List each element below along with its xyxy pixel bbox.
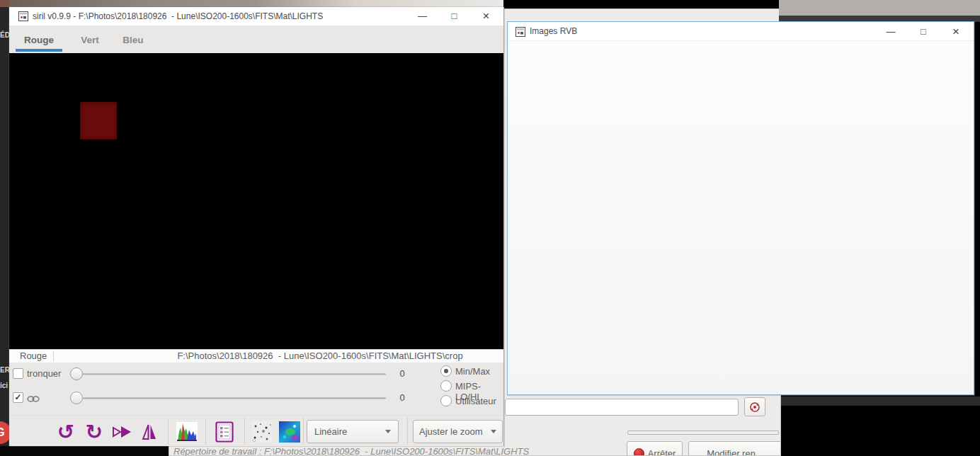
rotate-ccw-icon: ↺	[57, 421, 74, 443]
grayscale-thumbnail-icon	[251, 421, 273, 443]
histogram-button[interactable]	[175, 420, 199, 444]
images-rvb-window: Images RVB — □ ×	[507, 21, 974, 395]
toolbar-separator	[205, 418, 206, 445]
siril-logo-icon	[749, 401, 760, 413]
radio-user[interactable]	[440, 395, 452, 406]
maximize-button[interactable]: □	[438, 7, 470, 25]
siril-image-window: siril v0.9.9 - F:\Photos\2018\180926 - L…	[9, 7, 504, 446]
color-thumbnail-icon	[279, 421, 300, 443]
high-slider-handle[interactable]	[70, 392, 83, 404]
window-title: siril v0.9.9 - F:\Photos\2018\180926 - L…	[33, 7, 323, 25]
low-value: 0	[392, 368, 413, 379]
background-bar	[781, 397, 980, 406]
window-title: Images RVB	[530, 22, 577, 41]
image-red-region	[80, 102, 117, 139]
siril-app-icon	[515, 27, 525, 37]
display-mode-value: Linéaire	[314, 426, 347, 437]
toolbar-separator	[244, 418, 245, 445]
image-status-bar: Rouge F:\Photos\2018\180926 - Lune\ISO20…	[9, 349, 503, 363]
background-text-fragment: ÉDI	[0, 31, 9, 39]
minimize-button[interactable]: —	[406, 7, 438, 25]
rotate-cw-icon: ↻	[86, 421, 103, 443]
grayscale-view-button[interactable]	[250, 420, 274, 444]
chain-link-icon	[27, 395, 40, 403]
rvb-canvas[interactable]	[508, 41, 974, 394]
tab-vert[interactable]: Vert	[74, 25, 106, 53]
sequence-list-button[interactable]	[212, 420, 237, 444]
toolbar-separator	[407, 418, 408, 445]
zoom-mode-select[interactable]: Ajuster le zoom	[413, 420, 503, 443]
close-button[interactable]: ×	[470, 7, 502, 25]
rotate-cw-button[interactable]: ↻	[82, 420, 106, 444]
low-slider-track[interactable]	[83, 373, 386, 375]
toolbar-separator	[303, 418, 304, 445]
working-directory-label: Répertoire de travail : F:\Photos\2018\1…	[173, 446, 719, 456]
progress-bar	[627, 431, 779, 435]
chevron-down-icon	[491, 430, 496, 433]
title-bar[interactable]: siril v0.9.9 - F:\Photos\2018\180926 - L…	[9, 7, 503, 25]
radio-minmax[interactable]	[440, 365, 452, 377]
minimize-button[interactable]: —	[874, 22, 907, 41]
truncate-checkbox[interactable]	[13, 368, 23, 379]
background-text-fragment: ER	[0, 366, 9, 374]
title-bar[interactable]: Images RVB — □ ×	[508, 22, 974, 41]
truncate-label: tronquer	[27, 368, 61, 379]
zoom-mode-value: Ajuster le zoom	[419, 426, 483, 437]
display-mode-select[interactable]: Linéaire	[307, 420, 399, 443]
radio-minmax-label[interactable]: Min/Max	[455, 366, 490, 377]
background-window-top	[779, 0, 980, 16]
flip-horizontal-icon	[112, 423, 132, 440]
status-file-path: F:\Photos\2018\180926 - Lune\ISO200-1600…	[140, 350, 500, 363]
background-dark-area	[0, 446, 169, 456]
high-value: 0	[392, 392, 413, 403]
maximize-button[interactable]: □	[907, 22, 940, 41]
close-button[interactable]: ×	[940, 22, 972, 41]
toolbar-separator	[168, 418, 169, 445]
background-text-fragment: ici	[0, 382, 8, 389]
radio-mips[interactable]	[440, 380, 452, 392]
link-checkbox[interactable]: ✓	[13, 392, 23, 403]
flip-vertical-icon	[141, 423, 158, 441]
status-channel-label: Rouge	[20, 350, 47, 363]
background-dark-area	[781, 395, 980, 456]
background-accent	[0, 0, 9, 7]
desktop: ÉDI ER ici G Arrêter Modifier ren...	[0, 0, 980, 456]
radio-user-label[interactable]: Utilisateur	[455, 396, 496, 406]
levels-panel: tronquer 0 ✓ 0 Min/Max MIPS-LO/HI Utilis…	[9, 363, 503, 415]
siril-app-icon	[18, 11, 28, 21]
sequence-list-icon	[215, 421, 234, 443]
chevron-down-icon	[385, 430, 391, 433]
siril-logo-button[interactable]	[744, 397, 765, 416]
channel-tab-bar: Rouge Vert Bleu	[9, 25, 503, 53]
check-icon: ✓	[14, 392, 21, 402]
rotate-ccw-button[interactable]: ↺	[54, 420, 78, 444]
flip-horizontal-button[interactable]	[110, 420, 134, 444]
flip-vertical-button[interactable]	[137, 420, 161, 444]
color-view-button[interactable]	[278, 420, 302, 444]
divider	[53, 351, 54, 361]
histogram-icon	[176, 422, 198, 442]
image-canvas[interactable]	[9, 53, 503, 349]
tab-rouge[interactable]: Rouge	[16, 25, 62, 53]
high-slider-track[interactable]	[83, 397, 386, 399]
low-slider-handle[interactable]	[70, 367, 83, 380]
background-dark-panel: ÉDI ER ici	[0, 0, 9, 456]
tab-bleu[interactable]: Bleu	[119, 25, 147, 53]
command-input[interactable]	[505, 399, 739, 416]
